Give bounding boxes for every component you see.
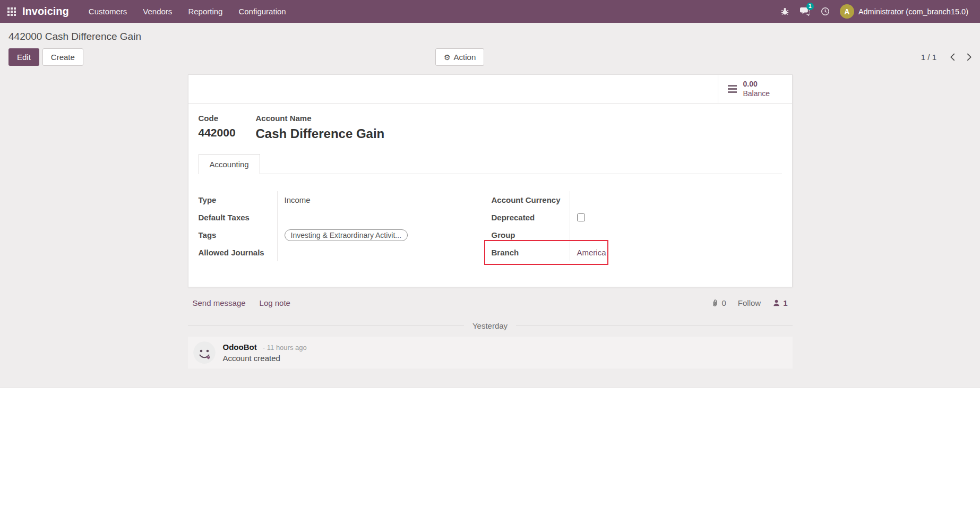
control-panel: Edit Create ⚙ Action 1 / 1 <box>0 44 980 74</box>
nav-item-reporting[interactable]: Reporting <box>180 0 230 23</box>
attachments-button[interactable]: 0 <box>711 298 726 307</box>
right-field-group: Account Currency Deprecated Group <box>492 191 782 261</box>
default-taxes-value <box>277 209 492 226</box>
card-header: 0.00 Balance <box>188 75 792 104</box>
breadcrumb-row: 442000 Cash Difference Gain <box>0 23 980 44</box>
field-row-allowed-journals: Allowed Journals <box>199 244 492 261</box>
field-row-default-taxes: Default Taxes <box>199 209 492 226</box>
follower-person-icon <box>772 299 780 307</box>
pager-previous-icon[interactable] <box>950 53 955 61</box>
apps-grid-icon[interactable] <box>7 7 16 16</box>
tab-accounting[interactable]: Accounting <box>199 154 260 174</box>
left-field-group: Type Income Default Taxes Tags Investing… <box>199 191 492 261</box>
followers-button[interactable]: 1 <box>772 298 787 307</box>
tag-investing-extraordinary[interactable]: Investing & Extraordinary Activit... <box>285 229 408 241</box>
follower-count: 1 <box>783 298 787 307</box>
messages-badge: 1 <box>806 3 814 10</box>
messages-icon[interactable]: 1 <box>795 0 815 23</box>
paperclip-icon <box>711 299 719 307</box>
action-button-label: Action <box>454 53 476 62</box>
group-value <box>570 226 782 244</box>
log-note-button[interactable]: Log note <box>260 298 290 307</box>
deprecated-checkbox[interactable] <box>577 213 585 221</box>
breadcrumb[interactable]: 442000 Cash Difference Gain <box>8 31 141 42</box>
follow-button[interactable]: Follow <box>738 298 761 307</box>
nav-item-configuration[interactable]: Configuration <box>230 0 294 23</box>
create-button[interactable]: Create <box>42 48 83 66</box>
activities-clock-icon[interactable] <box>815 0 836 23</box>
tags-value: Investing & Extraordinary Activit... <box>277 226 492 244</box>
code-value: 442000 <box>199 126 256 139</box>
date-divider: Yesterday <box>188 321 793 330</box>
user-avatar: A <box>840 4 854 19</box>
notebook-tabs: Accounting <box>199 154 782 174</box>
field-row-tags: Tags Investing & Extraordinary Activit..… <box>199 226 492 244</box>
branch-label: Branch <box>492 244 570 261</box>
balance-label: Balance <box>743 89 770 99</box>
app-name[interactable]: Invoicing <box>22 5 69 18</box>
type-label: Type <box>199 191 277 209</box>
chatter-message: OdooBot - 11 hours ago Account created <box>188 337 793 369</box>
user-menu[interactable]: A Administrator (com_branch15.0) <box>836 0 973 23</box>
balance-value: 0.00 <box>743 80 770 89</box>
pager-next-icon[interactable] <box>967 53 972 61</box>
top-nav: Invoicing Customers Vendors Reporting Co… <box>0 0 980 23</box>
field-groups: Type Income Default Taxes Tags Investing… <box>199 174 782 261</box>
send-message-button[interactable]: Send message <box>193 298 246 307</box>
account-currency-label: Account Currency <box>492 191 570 209</box>
journal-items-bars-icon <box>728 85 737 93</box>
message-body: Account created <box>223 354 307 363</box>
odoobot-avatar <box>193 341 216 364</box>
allowed-journals-label: Allowed Journals <box>199 244 277 261</box>
edit-button[interactable]: Edit <box>8 48 39 66</box>
message-author[interactable]: OdooBot <box>223 342 257 352</box>
account-name-value: Cash Difference Gain <box>256 126 385 141</box>
nav-item-customers[interactable]: Customers <box>81 0 135 23</box>
date-divider-label: Yesterday <box>472 321 508 330</box>
chatter: Send message Log note 0 Follow 1 <box>188 295 793 369</box>
field-row-deprecated: Deprecated <box>492 209 782 226</box>
field-row-account-currency: Account Currency <box>492 191 782 209</box>
code-label: Code <box>199 114 256 123</box>
balance-stat-button[interactable]: 0.00 Balance <box>718 75 792 103</box>
title-section: Code 442000 Account Name Cash Difference… <box>199 114 782 141</box>
account-name-label: Account Name <box>256 114 385 123</box>
default-taxes-label: Default Taxes <box>199 209 277 226</box>
field-row-branch: Branch America <box>492 244 782 261</box>
deprecated-value <box>570 209 782 226</box>
nav-item-vendors[interactable]: Vendors <box>135 0 180 23</box>
pager: 1 / 1 <box>921 53 972 62</box>
allowed-journals-value <box>277 244 492 261</box>
type-value: Income <box>277 191 492 209</box>
content-area: 442000 Cash Difference Gain Edit Create … <box>0 23 980 388</box>
action-button[interactable]: ⚙ Action <box>435 48 484 66</box>
field-row-group: Group <box>492 226 782 244</box>
nav-menu: Customers Vendors Reporting Configuratio… <box>81 0 294 23</box>
account-currency-value <box>570 191 782 209</box>
attachment-count: 0 <box>721 298 726 307</box>
nav-right: 1 A Administrator (com_branch15.0) <box>775 0 973 23</box>
chatter-toolbar: Send message Log note 0 Follow 1 <box>188 295 793 314</box>
pager-value: 1 / 1 <box>921 53 936 62</box>
user-name: Administrator (com_branch15.0) <box>858 7 968 16</box>
gear-icon: ⚙ <box>444 54 451 61</box>
branch-value-link[interactable]: America <box>577 248 606 257</box>
tags-label: Tags <box>199 226 277 244</box>
debug-bug-icon[interactable] <box>775 0 795 23</box>
message-timestamp: - 11 hours ago <box>263 344 307 352</box>
form-sheet: Code 442000 Account Name Cash Difference… <box>188 104 792 287</box>
field-row-type: Type Income <box>199 191 492 209</box>
group-label: Group <box>492 226 570 244</box>
deprecated-label: Deprecated <box>492 209 570 226</box>
account-form-card: 0.00 Balance Code 442000 Account Name Ca… <box>188 74 793 287</box>
